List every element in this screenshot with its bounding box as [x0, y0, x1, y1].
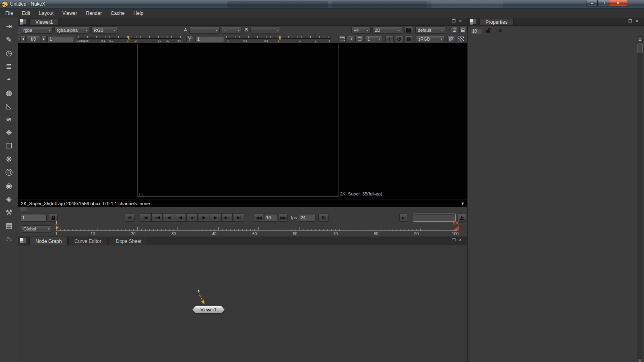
tab-dope-sheet[interactable]: Dope Sheet	[110, 237, 147, 245]
node-graph-canvas[interactable]: Viewer1	[18, 245, 467, 362]
channels-dropdown[interactable]: rgba▾	[21, 27, 53, 34]
checkerboard-button[interactable]	[457, 36, 465, 42]
toolsets-icon[interactable]: ⚒	[2, 207, 16, 218]
close-button[interactable]: ✕	[609, 0, 627, 6]
render-progress-input[interactable]	[413, 214, 456, 222]
particles-icon[interactable]: ❋	[2, 154, 16, 165]
minimize-button[interactable]: –	[586, 0, 598, 6]
play-forward-button[interactable]: ▶	[210, 213, 221, 222]
ab-blend-dropdown[interactable]: -▾	[222, 27, 242, 34]
b-buffer-dropdown[interactable]: ▾	[250, 27, 281, 34]
layout-rows-button[interactable]: ⊟	[459, 27, 466, 33]
gain-next-button[interactable]: ▶	[41, 36, 47, 42]
menu-render[interactable]: Render	[82, 9, 106, 17]
viewer-canvas[interactable]: 1 1 2K_Super_35(full-ap)	[18, 43, 467, 200]
gain-prev-button[interactable]: ◀	[20, 36, 26, 42]
other-icon[interactable]: ▤	[2, 220, 16, 231]
loop-mode-button[interactable]: ↻	[318, 214, 329, 222]
tab-properties[interactable]: Properties	[479, 18, 514, 25]
menu-layout[interactable]: Layout	[35, 9, 58, 17]
timeline-ruler[interactable]: 1 ➤ 100 1 10 20 30 40 50 60 70 80 90 100	[56, 224, 457, 237]
a-buffer-dropdown[interactable]: ▾	[189, 27, 220, 34]
status-dropdown-icon[interactable]: ▼	[461, 202, 464, 206]
input-process-order-button[interactable]: ⇢	[347, 36, 354, 42]
alpha-channel-dropdown[interactable]: rgba.alpha▾	[54, 27, 90, 34]
frame-range-dropdown[interactable]: Global▾	[21, 225, 52, 232]
camera-select-dropdown[interactable]: default▾	[415, 27, 445, 34]
properties-scrollbar[interactable]: ▲ ▲ ▼	[637, 36, 643, 362]
tab-node-graph[interactable]: Node Graph	[29, 237, 68, 245]
fstop-button[interactable]: f/8	[27, 36, 40, 42]
pause-button[interactable]	[405, 36, 413, 42]
camera-button[interactable]	[404, 27, 413, 33]
clear-panels-icon[interactable]: ≡✕	[496, 28, 502, 34]
close-panel-icon[interactable]: ✕	[459, 19, 462, 23]
menu-edit[interactable]: Edit	[17, 9, 35, 17]
maximize-button[interactable]: ❐	[598, 0, 609, 6]
gain-slider[interactable]: 0.015625 0.1 0.2 1 2 10 20 64	[78, 35, 181, 43]
color-icon[interactable]: ◓	[2, 74, 16, 85]
stop-button[interactable]: ■	[186, 213, 198, 222]
3d-icon[interactable]: ❒	[2, 140, 16, 152]
panel-selector-icon[interactable]	[20, 19, 26, 25]
float-panel-icon[interactable]: ❐	[452, 238, 456, 242]
panel-selector-icon[interactable]	[20, 238, 26, 243]
view-mode-dropdown[interactable]: 2D▾	[372, 27, 402, 34]
gamma-button[interactable]: Y	[186, 36, 193, 42]
menu-cache[interactable]: Cache	[106, 9, 129, 17]
proxy-dropdown[interactable]: 1▾	[365, 36, 382, 42]
max-panels-input[interactable]: 10	[470, 28, 482, 34]
fps-input[interactable]: 24	[299, 214, 316, 222]
keyer-icon[interactable]: ◺	[2, 101, 16, 112]
viewer-process-dropdown[interactable]: sRGB▾	[416, 36, 445, 42]
filter-icon[interactable]: ◍	[2, 87, 16, 99]
image-icon[interactable]: ⇥	[2, 21, 16, 32]
tab-viewer1[interactable]: Viewer1	[29, 18, 59, 25]
channel-icon[interactable]: ≣	[2, 61, 16, 72]
roi-button[interactable]: ✛	[385, 36, 394, 42]
gamma-input[interactable]: 1	[195, 36, 224, 42]
draw-icon[interactable]: ✎	[2, 34, 16, 45]
splitter-grip[interactable]	[20, 207, 27, 209]
toolbar-grip[interactable]	[19, 27, 20, 34]
pause-cache-button[interactable]: ❄	[125, 214, 135, 222]
flipbook-render-button[interactable]: ▶	[399, 214, 407, 222]
frame-increment-input[interactable]: 10	[264, 214, 277, 222]
float-panel-icon[interactable]: ❐	[452, 19, 456, 23]
transform-icon[interactable]: ✥	[2, 127, 16, 138]
furnace-icon[interactable]: ♨	[2, 233, 16, 245]
menu-viewer[interactable]: Viewer	[58, 9, 81, 17]
metadata-icon[interactable]: ◈	[2, 193, 16, 205]
float-panel-icon[interactable]: ❐	[628, 19, 632, 23]
toolbar-grip[interactable]	[19, 36, 20, 41]
skip-forward-button[interactable]: ▶▶	[278, 214, 288, 222]
panel-splitter[interactable]	[18, 207, 467, 211]
current-frame-input[interactable]: 1	[20, 214, 47, 222]
step-forward-button[interactable]: |▶	[198, 213, 209, 222]
unlock-icon[interactable]	[486, 28, 490, 33]
viewer1-node[interactable]: Viewer1	[192, 306, 225, 314]
play-backward-button[interactable]: ◀	[163, 213, 174, 222]
display-channels-dropdown[interactable]: RGB▾	[91, 27, 118, 34]
views-icon[interactable]: ◉	[2, 180, 16, 191]
downrez-dropdown[interactable]: ÷4▾	[351, 27, 371, 34]
gain-slider-track[interactable]	[78, 36, 181, 39]
next-keyframe-button[interactable]: ▶∘	[221, 213, 233, 222]
close-panel-icon[interactable]: ✕	[636, 19, 639, 23]
scrollbar-thumb[interactable]	[637, 43, 643, 53]
time-icon[interactable]: ◷	[2, 47, 16, 59]
marquee-select-button[interactable]	[339, 36, 346, 42]
prev-keyframe-button[interactable]: ∘◀	[151, 213, 163, 222]
guides-button[interactable]: ⊡	[451, 27, 458, 33]
goto-end-button[interactable]: ▶|	[233, 213, 244, 222]
input-process-button[interactable]: IP	[447, 36, 455, 42]
scroll-up-icon[interactable]: ▲	[637, 37, 643, 43]
gamma-slider[interactable]: 0 0.1 0.5 1 2 3 4	[226, 35, 331, 43]
skip-back-button[interactable]: ◀◀	[254, 214, 263, 222]
menu-file[interactable]: File	[1, 9, 17, 17]
scroll-up-icon[interactable]: ▲	[637, 358, 643, 362]
panel-selector-icon[interactable]	[470, 19, 476, 25]
monitor-output-button[interactable]: ❐	[355, 36, 364, 42]
gain-input[interactable]: 1	[47, 36, 74, 42]
goto-start-button[interactable]: |◀	[140, 213, 151, 222]
